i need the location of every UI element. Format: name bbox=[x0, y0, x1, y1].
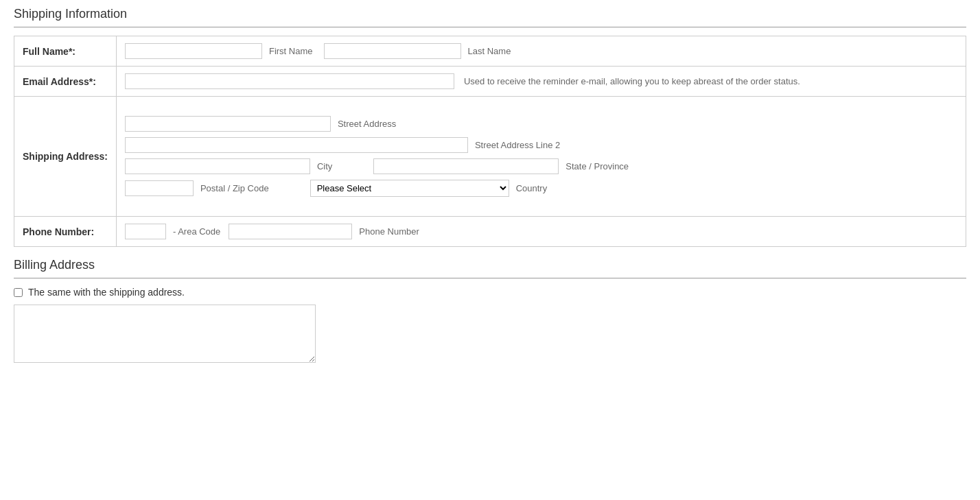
postal-label: Postal / Zip Code bbox=[200, 183, 269, 193]
shipping-title: Shipping Information bbox=[14, 7, 966, 21]
email-input[interactable] bbox=[125, 73, 454, 89]
same-address-label: The same with the shipping address. bbox=[28, 287, 185, 298]
last-name-input[interactable] bbox=[324, 43, 461, 59]
street-address-line2-input[interactable] bbox=[125, 137, 468, 153]
last-name-label: Last Name bbox=[468, 46, 511, 56]
first-name-label: First Name bbox=[269, 46, 313, 56]
country-label: Country bbox=[516, 183, 548, 193]
shipping-address-fields: Street Address Street Address Line 2 Cit… bbox=[116, 97, 966, 217]
full-name-row: Full Name*: First Name Last Name bbox=[14, 36, 966, 67]
phone-row: Phone Number: - Area Code Phone Number bbox=[14, 217, 966, 247]
billing-section: Billing Address The same with the shippi… bbox=[14, 258, 966, 365]
shipping-address-label: Shipping Address: bbox=[14, 97, 117, 217]
email-label: Email Address*: bbox=[14, 67, 117, 97]
email-hint: Used to receive the reminder e-mail, all… bbox=[464, 76, 800, 86]
full-name-fields: First Name Last Name bbox=[116, 36, 966, 67]
billing-address-textarea[interactable] bbox=[14, 305, 316, 363]
full-name-label: Full Name*: bbox=[14, 36, 117, 67]
shipping-address-row: Shipping Address: Street Address Street … bbox=[14, 97, 966, 217]
same-address-checkbox[interactable] bbox=[14, 288, 23, 297]
area-code-input[interactable] bbox=[125, 224, 166, 239]
billing-title: Billing Address bbox=[14, 258, 966, 272]
phone-label: Phone Number: bbox=[14, 217, 117, 247]
country-select[interactable]: Please Select bbox=[310, 180, 509, 197]
shipping-form: Full Name*: First Name Last Name Email A… bbox=[14, 36, 966, 247]
email-fields: Used to receive the reminder e-mail, all… bbox=[116, 67, 966, 97]
state-label: State / Province bbox=[565, 161, 629, 171]
phone-fields: - Area Code Phone Number bbox=[116, 217, 966, 247]
street-address-label: Street Address bbox=[338, 119, 396, 129]
phone-number-label: Phone Number bbox=[359, 226, 419, 237]
state-input[interactable] bbox=[373, 158, 559, 174]
street-address-line2-label: Street Address Line 2 bbox=[475, 140, 560, 150]
postal-input[interactable] bbox=[125, 180, 194, 196]
street-address-input[interactable] bbox=[125, 116, 331, 132]
city-input[interactable] bbox=[125, 158, 310, 174]
area-code-label: - Area Code bbox=[173, 226, 220, 237]
email-row: Email Address*: Used to receive the remi… bbox=[14, 67, 966, 97]
first-name-input[interactable] bbox=[125, 43, 262, 59]
phone-number-input[interactable] bbox=[229, 224, 352, 239]
city-label: City bbox=[317, 161, 332, 171]
